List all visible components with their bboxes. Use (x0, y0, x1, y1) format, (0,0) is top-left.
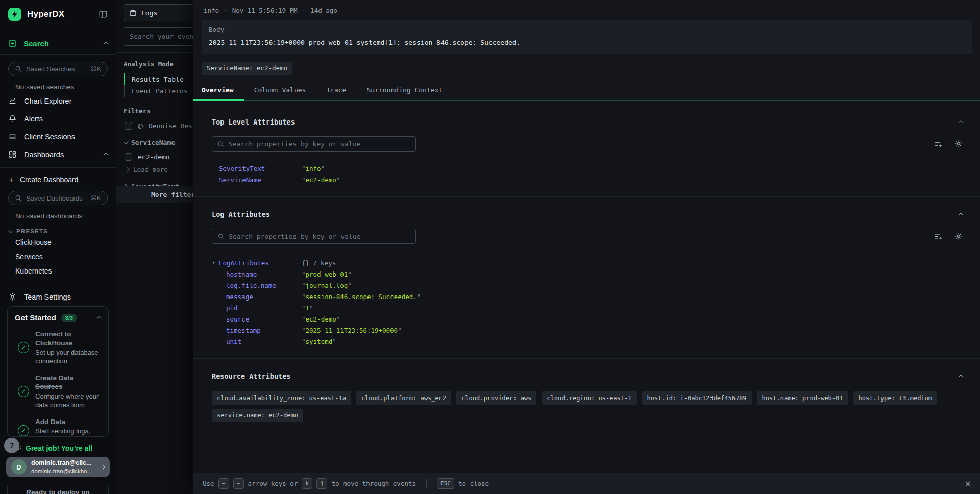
resource-chip[interactable]: cloud.availability_zone: us-east-1a (212, 391, 351, 405)
attribute-value[interactable]: 1 (302, 304, 313, 312)
section-collapse-icon[interactable] (959, 212, 964, 217)
check-circle-icon: ✓ (18, 386, 29, 397)
attribute-value[interactable]: systemd (302, 338, 336, 345)
deploy-banner[interactable]: Ready to deploy on (7, 482, 109, 494)
attribute-value[interactable]: info (302, 165, 325, 172)
property-search-box[interactable] (212, 229, 416, 244)
preset-item[interactable]: Services (0, 250, 116, 264)
log-attributes-root: ▾ LogAttributes {} 7 keys (212, 257, 963, 268)
resource-chip[interactable]: cloud.provider: aws (456, 391, 536, 405)
attribute-key[interactable]: SeverityText (219, 165, 302, 172)
sidebar-collapse-icon[interactable] (99, 10, 108, 19)
hyperdx-logo-icon (8, 8, 21, 21)
get-started-item[interactable]: ✓ Connect to ClickHouse Set up your data… (15, 330, 101, 366)
attribute-row: source ec2-demo (212, 313, 963, 325)
gear-icon[interactable] (954, 140, 963, 148)
facet-value-checkbox[interactable] (125, 153, 132, 161)
attribute-value[interactable]: session-846.scope: Succeeded. (302, 293, 421, 301)
get-started-item[interactable]: ✓ Add Data Start sending logs, metrics, … (15, 417, 101, 437)
get-started-card: Get Started 3/3 ✓ Connect to ClickHouse … (7, 306, 109, 437)
filter-lines-icon[interactable] (934, 140, 942, 149)
sidebar-item-team-settings[interactable]: Team Settings (0, 286, 116, 307)
facet-value-label: ec2-demo (138, 153, 170, 161)
key-j: j (316, 478, 327, 489)
log-attribute-rows: hostname prod-web-01 log.file.name journ… (212, 268, 963, 347)
resource-chip[interactable]: host.type: t3.medium (853, 391, 938, 405)
tab-trace[interactable]: Trace (316, 81, 356, 100)
filter-lines-icon[interactable] (934, 232, 942, 241)
chevron-up-icon[interactable] (104, 42, 109, 47)
sidebar-item-dashboards[interactable]: Dashboards (0, 145, 116, 163)
key-arrow-right: → (233, 478, 244, 489)
saved-dashboards-input[interactable] (26, 194, 87, 202)
tab-overview[interactable]: Overview (193, 81, 244, 100)
attribute-key[interactable]: pid (226, 304, 302, 312)
resource-chip[interactable]: service.name: ec2-demo (212, 409, 303, 422)
tab-column-values[interactable]: Column Values (244, 81, 316, 100)
preset-item[interactable]: ClickHouse (0, 235, 116, 250)
sidebar-item-chart-explorer[interactable]: Chart Explorer (0, 92, 116, 110)
create-dashboard-button[interactable]: + Create Dashboard (0, 168, 116, 184)
attribute-row: log.file.name journal.log (212, 280, 963, 291)
avatar: D (11, 459, 27, 475)
search-icon (217, 141, 224, 147)
attribute-key[interactable]: message (226, 293, 302, 301)
object-meta: {} 7 keys (302, 259, 336, 267)
brand[interactable]: HyperDX (0, 0, 116, 21)
user-menu[interactable]: D dominic.tran@clic... dominic.tran@clic… (6, 457, 110, 477)
source-select-value: Logs (141, 9, 157, 17)
attribute-value[interactable]: journal.log (302, 282, 352, 289)
property-search-input[interactable] (229, 140, 410, 148)
attribute-key[interactable]: log.file.name (226, 282, 302, 289)
congrats-message: Great job! You're all (14, 444, 106, 452)
help-button[interactable]: ? (4, 438, 19, 453)
sidebar-item-client-sessions[interactable]: Client Sessions (0, 128, 116, 145)
service-tag[interactable]: ServiceName: ec2-demo (202, 62, 292, 75)
section-title: Resource Attributes (212, 372, 290, 380)
resource-chip[interactable]: host.id: i-0abc123def456789 (642, 391, 752, 405)
get-started-item-title: Add Data (35, 417, 101, 427)
section-collapse-icon[interactable] (959, 120, 964, 125)
denoise-checkbox[interactable] (125, 122, 132, 130)
attribute-value[interactable]: prod-web-01 (302, 270, 352, 278)
attribute-key[interactable]: source (226, 315, 302, 323)
resource-chip[interactable]: cloud.region: us-east-1 (542, 391, 636, 405)
attribute-key[interactable]: hostname (226, 270, 302, 278)
chevron-up-icon[interactable] (104, 153, 109, 158)
key-arrow-left: ← (218, 478, 229, 489)
resource-chip[interactable]: cloud.platform: aws_ec2 (356, 391, 451, 405)
section-collapse-icon[interactable] (959, 374, 964, 379)
user-email: dominic.tran@clickho... (31, 467, 92, 475)
saved-dashboards-search[interactable]: ⌘K (8, 191, 108, 205)
get-started-item[interactable]: ✓ Create Data Sources Configure where yo… (15, 374, 101, 410)
user-name: dominic.tran@clic... (31, 459, 92, 467)
chart-icon (8, 96, 17, 105)
preset-item[interactable]: Kubernetes (0, 264, 116, 278)
property-search-input[interactable] (229, 233, 410, 240)
attribute-value[interactable]: 2025-11-11T23:56:19+0000 (302, 327, 402, 334)
attribute-value[interactable]: ec2-demo (302, 315, 340, 323)
close-icon[interactable]: × (965, 479, 971, 488)
attribute-row: hostname prod-web-01 (212, 268, 963, 280)
attribute-key[interactable]: unit (226, 338, 302, 345)
tree-collapse-icon[interactable]: ▾ (212, 260, 219, 265)
event-detail-drawer: info · Nov 11 5:56:19 PM · 14d ago Body … (193, 0, 980, 494)
gear-icon[interactable] (954, 232, 963, 240)
attribute-key[interactable]: timestamp (226, 327, 302, 334)
presets-toggle[interactable]: PRESETS (0, 221, 116, 235)
saved-searches-input[interactable] (26, 65, 87, 73)
sidebar-item-alerts[interactable]: Alerts (0, 110, 116, 128)
attribute-key[interactable]: ServiceName (219, 176, 302, 184)
log-attributes-section: Log Attributes (193, 197, 980, 359)
attribute-value[interactable]: ec2-demo (302, 176, 340, 184)
tab-surrounding-context[interactable]: Surrounding Context (357, 81, 453, 100)
attribute-row: timestamp 2025-11-11T23:56:19+0000 (212, 325, 963, 336)
chevron-up-icon[interactable] (97, 316, 102, 321)
sidebar-item-search[interactable]: Search (0, 33, 116, 55)
get-started-item-title: Create Data Sources (35, 374, 101, 391)
resource-chip[interactable]: host.name: prod-web-01 (757, 391, 848, 405)
property-search-box[interactable] (212, 136, 416, 152)
saved-searches-search[interactable]: ⌘K (8, 62, 108, 76)
section-title: Log Attributes (212, 210, 270, 218)
attribute-key[interactable]: LogAttributes (219, 259, 302, 267)
